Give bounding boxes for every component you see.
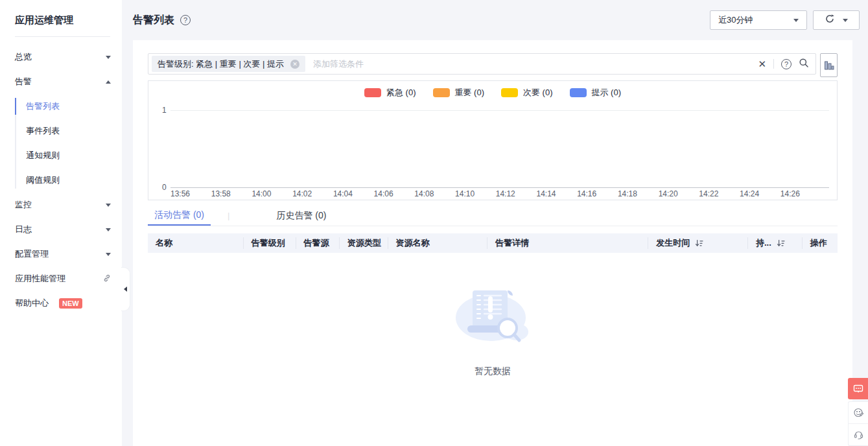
time-range-select[interactable]: 近30分钟 [710,10,807,30]
alarm-trend-chart: 紧急 (0) 重要 (0) 次要 (0) 提示 (0) 1 0 1 [148,80,838,200]
headset-icon [853,429,864,440]
col-occurred-time: 发生时间 [648,233,748,253]
col-severity: 告警级别 [244,233,296,253]
sidebar-item-logs[interactable]: 日志 [0,217,122,242]
filter-chip-severity[interactable]: 告警级别: 紧急 | 重要 | 次要 | 提示 ✕ [152,56,305,72]
legend-swatch-major [433,88,450,97]
sidebar-item-apm[interactable]: 应用性能管理 [0,266,122,291]
sidebar-item-help[interactable]: 帮助中心 NEW [0,291,122,316]
smiley-icon [853,407,864,418]
chart-toggle-button[interactable] [820,53,838,77]
empty-state: 暂无数据 [148,279,838,377]
y-axis-tick-0: 0 [162,183,167,192]
col-details: 告警详情 [487,233,648,253]
alarm-tabs: 活动告警 (0) | 历史告警 (0) [148,205,838,226]
sidebar-item-alarm-list[interactable]: 告警列表 [0,94,122,119]
sidebar-item-alarm[interactable]: 告警 [0,69,122,94]
chevron-down-icon [106,204,111,207]
filter-input-icons: ✕ ? [758,58,809,71]
floating-sidebar [848,378,868,446]
filter-search-input[interactable]: 告警级别: 紧急 | 重要 | 次要 | 提示 ✕ 添加筛选条件 ✕ ? [148,53,816,75]
legend-item-major[interactable]: 重要 (0) [433,87,485,99]
legend-item-critical[interactable]: 紧急 (0) [364,87,416,99]
legend-swatch-critical [364,88,381,97]
alarm-table-header: 名称 告警级别 告警源 资源类型 资源名称 告警详情 发生时间 持... [148,233,838,253]
divider [773,59,774,69]
empty-state-text: 暂无数据 [475,366,511,377]
col-resource-name: 资源名称 [388,233,488,253]
chevron-down-icon [106,56,111,59]
filter-placeholder: 添加筛选条件 [313,58,750,70]
sidebar-item-threshold-rules[interactable]: 阈值规则 [0,168,122,193]
legend-swatch-minor [501,88,518,97]
filter-help-icon[interactable]: ? [781,59,792,69]
sidebar-divider [15,36,110,37]
feedback-button[interactable] [848,378,868,399]
clear-filters-icon[interactable]: ✕ [758,59,766,69]
sidebar-item-event-list[interactable]: 事件列表 [0,119,122,143]
legend-item-minor[interactable]: 次要 (0) [501,87,553,99]
sidebar-item-monitor[interactable]: 监控 [0,193,122,217]
chevron-down-icon [793,19,799,22]
y-axis-tick-1: 1 [162,106,167,115]
chevron-down-icon [106,228,111,231]
sidebar-title: 应用运维管理 [0,0,122,27]
chart-plot-area [170,110,829,188]
col-actions: 操作 [803,233,838,253]
legend-swatch-info [570,88,587,97]
collapse-left-icon [124,287,127,292]
header-controls: 近30分钟 [710,10,860,30]
sidebar-item-overview[interactable]: 总览 [0,45,122,69]
new-badge: NEW [59,298,82,309]
col-duration: 持... [748,233,803,253]
content-card: 告警级别: 紧急 | 重要 | 次要 | 提示 ✕ 添加筛选条件 ✕ ? [133,40,852,446]
refresh-icon [825,14,835,27]
sort-icon[interactable] [695,239,703,248]
support-button[interactable] [849,423,868,445]
col-name: 名称 [148,233,244,253]
chip-remove-icon[interactable]: ✕ [290,60,299,69]
sidebar-collapse-handle[interactable] [121,267,130,311]
no-data-illustration [453,279,532,349]
filter-row: 告警级别: 紧急 | 重要 | 次要 | 提示 ✕ 添加筛选条件 ✕ ? [148,53,838,77]
sort-icon[interactable] [777,239,785,248]
sidebar-item-notification-rules[interactable]: 通知规则 [0,143,122,168]
tab-separator: | [228,211,229,220]
tab-history-alarms[interactable]: 历史告警 (0) [270,205,333,226]
col-source: 告警源 [296,233,340,253]
sidebar-alarm-submenu: 告警列表 事件列表 通知规则 阈值规则 [0,94,122,193]
chat-bubble-icon [853,384,863,394]
tab-active-alarms[interactable]: 活动告警 (0) [148,205,211,226]
main-header: 告警列表 ? 近30分钟 [133,0,860,40]
survey-button[interactable] [849,402,868,423]
app-root: 应用运维管理 总览 告警 告警列表 事件列表 通知规则 阈值规则 [0,0,868,446]
page-title-wrap: 告警列表 ? [133,14,191,27]
chart-legend: 紧急 (0) 重要 (0) 次要 (0) 提示 (0) [148,81,837,99]
help-question-icon[interactable]: ? [180,15,191,25]
bar-chart-icon [824,60,834,71]
sidebar: 应用运维管理 总览 告警 告警列表 事件列表 通知规则 阈值规则 [0,0,122,446]
col-resource-type: 资源类型 [340,233,388,253]
chevron-down-icon [106,253,111,256]
floating-panel [848,401,868,446]
external-link-icon [103,274,111,284]
search-icon[interactable] [799,58,809,71]
page-title: 告警列表 [133,14,174,27]
legend-item-info[interactable]: 提示 (0) [570,87,622,99]
time-range-value: 近30分钟 [718,14,753,26]
chevron-up-icon [106,80,111,84]
x-axis-ticks: 13:56 13:58 14:00 14:02 14:04 14:06 14:0… [170,189,800,198]
sidebar-item-config[interactable]: 配置管理 [0,242,122,266]
refresh-button[interactable] [813,10,860,30]
refresh-options-caret[interactable] [843,19,848,22]
